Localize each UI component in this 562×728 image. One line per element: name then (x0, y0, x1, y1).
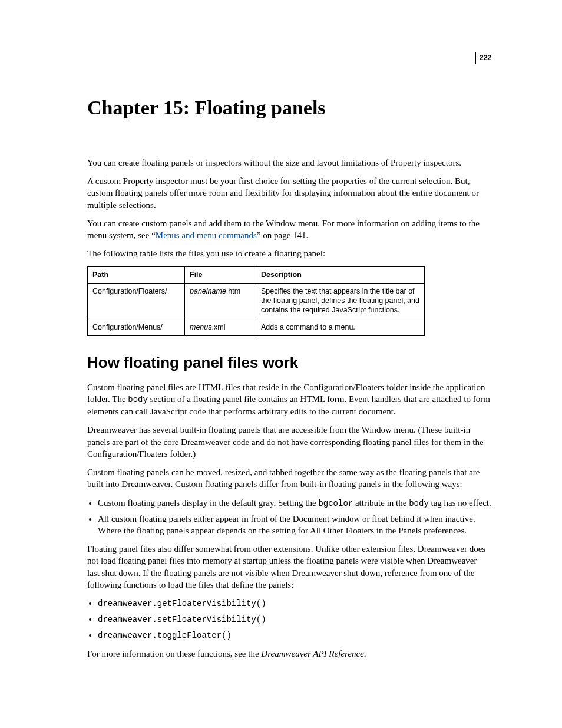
bullet-list-b: dreamweaver.getFloaterVisibility() dream… (87, 597, 491, 641)
section2-paragraph-4: Floating panel files also differ somewha… (87, 543, 491, 591)
page: 222 Chapter 15: Floating panels You can … (0, 0, 562, 728)
bullet-text: All custom floating panels either appear… (98, 514, 475, 535)
bullet-list-a: Custom floating panels display in the de… (87, 497, 491, 536)
list-item: dreamweaver.getFloaterVisibility() (98, 597, 491, 610)
section2-paragraph-5: For more information on these functions,… (87, 648, 491, 660)
list-item: dreamweaver.toggleFloater() (98, 629, 491, 641)
para3-text-b: ” on page 141. (257, 230, 308, 240)
bullet-text: Custom floating panels display in the de… (98, 498, 318, 508)
header-file: File (185, 266, 256, 283)
cell-file: panelname.htm (185, 283, 256, 319)
page-number: 222 (475, 52, 491, 64)
code-func: dreamweaver.toggleFloater() (98, 631, 232, 640)
s2p5-text-b: . (364, 649, 366, 658)
list-item: Custom floating panels display in the de… (98, 497, 491, 509)
code-bgcolor: bgcolor (318, 499, 353, 508)
s2p5-text-a: For more information on these functions,… (87, 649, 261, 658)
file-rest: .htm (226, 287, 240, 295)
code-body: body (409, 499, 429, 508)
bullet-text: tag has no effect. (429, 498, 491, 508)
section2-paragraph-3: Custom floating panels can be moved, res… (87, 466, 491, 490)
table-intro: The following table lists the files you … (87, 248, 491, 259)
intro-paragraph-1: You can create floating panels or inspec… (87, 157, 491, 169)
cell-desc: Specifies the text that appears in the t… (256, 283, 425, 319)
menus-link[interactable]: Menus and menu commands (156, 230, 257, 240)
file-italic: menus (190, 323, 212, 331)
code-func: dreamweaver.setFloaterVisibility() (98, 615, 266, 624)
list-item: All custom floating panels either appear… (98, 513, 491, 537)
section2-paragraph-2: Dreamweaver has several built-in floatin… (87, 424, 491, 460)
table-row: Configuration/Menus/ menus.xml Adds a co… (88, 319, 425, 335)
page-number-text: 222 (480, 54, 491, 62)
cell-file: menus.xml (185, 319, 256, 335)
cell-desc: Adds a command to a menu. (256, 319, 425, 335)
bullet-text: attribute in the (353, 498, 409, 508)
intro-paragraph-3: You can create custom panels and add the… (87, 218, 491, 242)
code-body: body (128, 395, 148, 404)
file-rest: .xml (212, 323, 226, 331)
file-italic: panelname (190, 287, 226, 295)
table-header-row: Path File Description (88, 266, 425, 283)
cell-path: Configuration/Floaters/ (88, 283, 185, 319)
cell-path: Configuration/Menus/ (88, 319, 185, 335)
header-desc: Description (256, 266, 425, 283)
api-ref-title: Dreamweaver API Reference (261, 649, 363, 658)
files-table: Path File Description Configuration/Floa… (87, 266, 425, 336)
list-item: dreamweaver.setFloaterVisibility() (98, 613, 491, 625)
header-path: Path (88, 266, 185, 283)
section2-paragraph-1: Custom floating panel files are HTML fil… (87, 381, 491, 417)
section-title: How floating panel files work (87, 353, 491, 373)
chapter-title: Chapter 15: Floating panels (87, 94, 491, 121)
code-func: dreamweaver.getFloaterVisibility() (98, 599, 266, 608)
s2p1-text-b: section of a floating panel file contain… (87, 394, 490, 416)
table-row: Configuration/Floaters/ panelname.htm Sp… (88, 283, 425, 319)
intro-paragraph-2: A custom Property inspector must be your… (87, 175, 491, 211)
